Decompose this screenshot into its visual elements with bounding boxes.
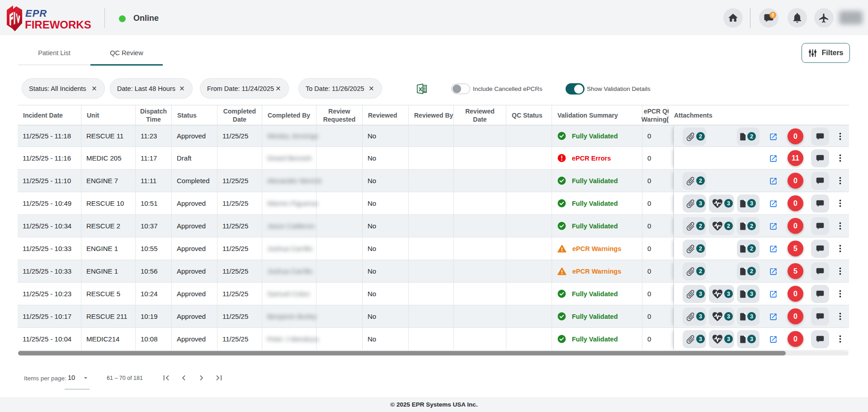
svg-text:X: X [419,86,423,93]
